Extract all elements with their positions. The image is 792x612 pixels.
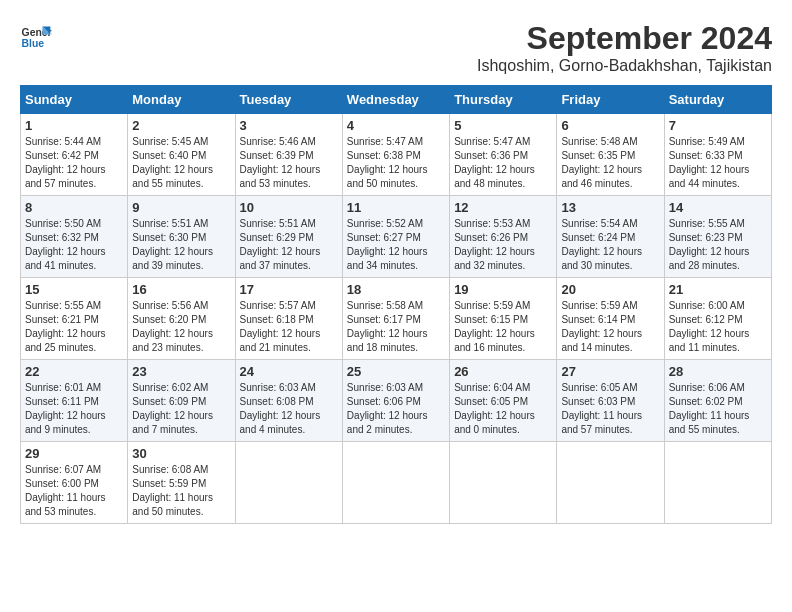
day-detail: Sunrise: 5:57 AMSunset: 6:18 PMDaylight:…	[240, 300, 321, 353]
day-number: 19	[454, 282, 552, 297]
calendar-cell: 9 Sunrise: 5:51 AMSunset: 6:30 PMDayligh…	[128, 196, 235, 278]
calendar-cell: 5 Sunrise: 5:47 AMSunset: 6:36 PMDayligh…	[450, 114, 557, 196]
calendar-week-3: 15 Sunrise: 5:55 AMSunset: 6:21 PMDaylig…	[21, 278, 772, 360]
calendar-cell: 20 Sunrise: 5:59 AMSunset: 6:14 PMDaylig…	[557, 278, 664, 360]
header-row: SundayMondayTuesdayWednesdayThursdayFrid…	[21, 86, 772, 114]
day-detail: Sunrise: 5:46 AMSunset: 6:39 PMDaylight:…	[240, 136, 321, 189]
day-number: 5	[454, 118, 552, 133]
page-title: September 2024	[477, 20, 772, 57]
day-detail: Sunrise: 5:44 AMSunset: 6:42 PMDaylight:…	[25, 136, 106, 189]
day-number: 10	[240, 200, 338, 215]
title-block: September 2024 Ishqoshim, Gorno-Badakhsh…	[477, 20, 772, 75]
day-detail: Sunrise: 5:45 AMSunset: 6:40 PMDaylight:…	[132, 136, 213, 189]
calendar-cell: 15 Sunrise: 5:55 AMSunset: 6:21 PMDaylig…	[21, 278, 128, 360]
day-number: 25	[347, 364, 445, 379]
calendar-cell	[557, 442, 664, 524]
day-detail: Sunrise: 5:52 AMSunset: 6:27 PMDaylight:…	[347, 218, 428, 271]
day-number: 28	[669, 364, 767, 379]
day-detail: Sunrise: 6:02 AMSunset: 6:09 PMDaylight:…	[132, 382, 213, 435]
day-number: 6	[561, 118, 659, 133]
calendar-week-5: 29 Sunrise: 6:07 AMSunset: 6:00 PMDaylig…	[21, 442, 772, 524]
page-header: General Blue September 2024 Ishqoshim, G…	[20, 20, 772, 75]
col-header-monday: Monday	[128, 86, 235, 114]
calendar-cell: 28 Sunrise: 6:06 AMSunset: 6:02 PMDaylig…	[664, 360, 771, 442]
day-number: 22	[25, 364, 123, 379]
calendar-cell: 27 Sunrise: 6:05 AMSunset: 6:03 PMDaylig…	[557, 360, 664, 442]
day-number: 18	[347, 282, 445, 297]
day-number: 11	[347, 200, 445, 215]
day-detail: Sunrise: 5:58 AMSunset: 6:17 PMDaylight:…	[347, 300, 428, 353]
day-detail: Sunrise: 5:50 AMSunset: 6:32 PMDaylight:…	[25, 218, 106, 271]
day-detail: Sunrise: 6:00 AMSunset: 6:12 PMDaylight:…	[669, 300, 750, 353]
day-number: 20	[561, 282, 659, 297]
day-number: 21	[669, 282, 767, 297]
calendar-cell: 22 Sunrise: 6:01 AMSunset: 6:11 PMDaylig…	[21, 360, 128, 442]
day-number: 16	[132, 282, 230, 297]
calendar-cell: 19 Sunrise: 5:59 AMSunset: 6:15 PMDaylig…	[450, 278, 557, 360]
calendar-cell: 18 Sunrise: 5:58 AMSunset: 6:17 PMDaylig…	[342, 278, 449, 360]
calendar-cell	[664, 442, 771, 524]
day-number: 17	[240, 282, 338, 297]
calendar-week-2: 8 Sunrise: 5:50 AMSunset: 6:32 PMDayligh…	[21, 196, 772, 278]
calendar-cell: 10 Sunrise: 5:51 AMSunset: 6:29 PMDaylig…	[235, 196, 342, 278]
day-number: 29	[25, 446, 123, 461]
day-number: 27	[561, 364, 659, 379]
logo: General Blue	[20, 20, 52, 52]
calendar-cell	[450, 442, 557, 524]
calendar-cell: 14 Sunrise: 5:55 AMSunset: 6:23 PMDaylig…	[664, 196, 771, 278]
calendar-cell: 17 Sunrise: 5:57 AMSunset: 6:18 PMDaylig…	[235, 278, 342, 360]
day-detail: Sunrise: 5:59 AMSunset: 6:14 PMDaylight:…	[561, 300, 642, 353]
day-detail: Sunrise: 6:07 AMSunset: 6:00 PMDaylight:…	[25, 464, 106, 517]
day-detail: Sunrise: 5:51 AMSunset: 6:29 PMDaylight:…	[240, 218, 321, 271]
calendar-cell: 11 Sunrise: 5:52 AMSunset: 6:27 PMDaylig…	[342, 196, 449, 278]
day-number: 26	[454, 364, 552, 379]
col-header-friday: Friday	[557, 86, 664, 114]
day-number: 8	[25, 200, 123, 215]
calendar-week-4: 22 Sunrise: 6:01 AMSunset: 6:11 PMDaylig…	[21, 360, 772, 442]
day-detail: Sunrise: 6:03 AMSunset: 6:08 PMDaylight:…	[240, 382, 321, 435]
col-header-wednesday: Wednesday	[342, 86, 449, 114]
calendar-cell: 24 Sunrise: 6:03 AMSunset: 6:08 PMDaylig…	[235, 360, 342, 442]
day-detail: Sunrise: 5:47 AMSunset: 6:38 PMDaylight:…	[347, 136, 428, 189]
day-number: 12	[454, 200, 552, 215]
calendar-cell: 7 Sunrise: 5:49 AMSunset: 6:33 PMDayligh…	[664, 114, 771, 196]
day-detail: Sunrise: 5:56 AMSunset: 6:20 PMDaylight:…	[132, 300, 213, 353]
calendar-cell: 12 Sunrise: 5:53 AMSunset: 6:26 PMDaylig…	[450, 196, 557, 278]
calendar-cell: 16 Sunrise: 5:56 AMSunset: 6:20 PMDaylig…	[128, 278, 235, 360]
calendar-cell: 23 Sunrise: 6:02 AMSunset: 6:09 PMDaylig…	[128, 360, 235, 442]
calendar-cell: 1 Sunrise: 5:44 AMSunset: 6:42 PMDayligh…	[21, 114, 128, 196]
day-number: 15	[25, 282, 123, 297]
calendar-cell	[235, 442, 342, 524]
col-header-sunday: Sunday	[21, 86, 128, 114]
day-detail: Sunrise: 6:06 AMSunset: 6:02 PMDaylight:…	[669, 382, 750, 435]
col-header-saturday: Saturday	[664, 86, 771, 114]
calendar-cell: 8 Sunrise: 5:50 AMSunset: 6:32 PMDayligh…	[21, 196, 128, 278]
day-detail: Sunrise: 6:08 AMSunset: 5:59 PMDaylight:…	[132, 464, 213, 517]
calendar-cell: 6 Sunrise: 5:48 AMSunset: 6:35 PMDayligh…	[557, 114, 664, 196]
col-header-tuesday: Tuesday	[235, 86, 342, 114]
calendar-cell: 21 Sunrise: 6:00 AMSunset: 6:12 PMDaylig…	[664, 278, 771, 360]
day-detail: Sunrise: 6:03 AMSunset: 6:06 PMDaylight:…	[347, 382, 428, 435]
day-detail: Sunrise: 5:55 AMSunset: 6:21 PMDaylight:…	[25, 300, 106, 353]
day-detail: Sunrise: 5:59 AMSunset: 6:15 PMDaylight:…	[454, 300, 535, 353]
calendar-cell: 26 Sunrise: 6:04 AMSunset: 6:05 PMDaylig…	[450, 360, 557, 442]
day-detail: Sunrise: 5:49 AMSunset: 6:33 PMDaylight:…	[669, 136, 750, 189]
day-number: 3	[240, 118, 338, 133]
page-subtitle: Ishqoshim, Gorno-Badakhshan, Tajikistan	[477, 57, 772, 75]
calendar-cell: 2 Sunrise: 5:45 AMSunset: 6:40 PMDayligh…	[128, 114, 235, 196]
day-detail: Sunrise: 6:01 AMSunset: 6:11 PMDaylight:…	[25, 382, 106, 435]
calendar-cell	[342, 442, 449, 524]
calendar-cell: 13 Sunrise: 5:54 AMSunset: 6:24 PMDaylig…	[557, 196, 664, 278]
day-number: 7	[669, 118, 767, 133]
day-number: 2	[132, 118, 230, 133]
calendar-cell: 3 Sunrise: 5:46 AMSunset: 6:39 PMDayligh…	[235, 114, 342, 196]
day-detail: Sunrise: 5:48 AMSunset: 6:35 PMDaylight:…	[561, 136, 642, 189]
calendar-cell: 30 Sunrise: 6:08 AMSunset: 5:59 PMDaylig…	[128, 442, 235, 524]
day-number: 30	[132, 446, 230, 461]
calendar-week-1: 1 Sunrise: 5:44 AMSunset: 6:42 PMDayligh…	[21, 114, 772, 196]
day-detail: Sunrise: 5:47 AMSunset: 6:36 PMDaylight:…	[454, 136, 535, 189]
day-detail: Sunrise: 5:55 AMSunset: 6:23 PMDaylight:…	[669, 218, 750, 271]
calendar-table: SundayMondayTuesdayWednesdayThursdayFrid…	[20, 85, 772, 524]
day-detail: Sunrise: 5:53 AMSunset: 6:26 PMDaylight:…	[454, 218, 535, 271]
col-header-thursday: Thursday	[450, 86, 557, 114]
